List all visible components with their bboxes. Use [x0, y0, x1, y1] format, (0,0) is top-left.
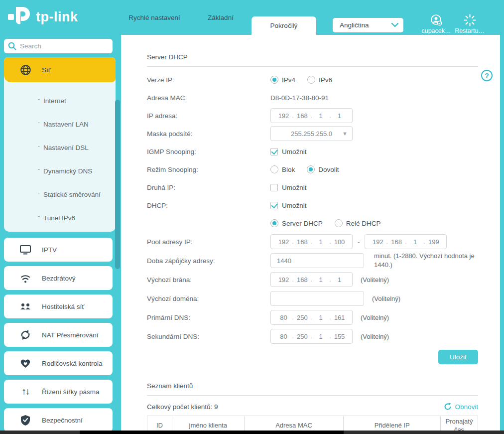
octet[interactable]: 168: [389, 238, 404, 246]
octet[interactable]: 1: [313, 238, 328, 246]
octet[interactable]: 1: [313, 276, 328, 284]
clients-total: Celkový počet klientů: 9: [147, 403, 218, 411]
octet[interactable]: 80: [276, 333, 291, 340]
octet[interactable]: 1: [313, 333, 328, 340]
tab-basic[interactable]: Základní: [198, 0, 243, 35]
network-menu-panel: Síť - Internet - Nastavení LAN - Nastave…: [4, 57, 116, 232]
octet[interactable]: 250: [295, 333, 310, 340]
sidebar-item-parental-controls[interactable]: Rodičovská kontrola: [4, 351, 113, 375]
sidebar-item-nat-forwarding[interactable]: NAT Přesměrování: [4, 323, 113, 347]
submenu-bullet: -: [38, 166, 40, 173]
save-button[interactable]: Uložit: [438, 350, 478, 364]
radio-selected-icon: [307, 165, 315, 173]
sidebar-item-network[interactable]: Síť: [4, 57, 116, 82]
reboot-spinner-icon: [464, 14, 476, 26]
header: tp-link Rychlé nastavení Základní Pokroč…: [0, 0, 504, 35]
octet[interactable]: 100: [332, 238, 347, 246]
sidebar-item-iptv[interactable]: IPTV: [4, 238, 113, 262]
help-button[interactable]: ?: [481, 70, 493, 81]
octet-dot: .: [329, 238, 331, 245]
secondary-dns-input[interactable]: 80.250.1.155: [270, 329, 353, 344]
submenu-item-static-routing[interactable]: - Statické směrování: [38, 183, 116, 206]
globe-icon: [19, 63, 32, 76]
octet[interactable]: 1: [332, 112, 347, 120]
refresh-button[interactable]: Obnovit: [444, 403, 478, 411]
radio-dhcp-server[interactable]: Server DHCP: [270, 219, 323, 227]
reboot-button[interactable]: Restartu…: [452, 14, 487, 34]
second-ip-checkbox-unchecked[interactable]: [270, 184, 278, 191]
field-label: Pool adresy IP:: [147, 238, 270, 246]
submenu-item-internet[interactable]: - Internet: [38, 89, 116, 113]
sidebar-item-guest-network[interactable]: Hostitelská síť: [4, 294, 113, 318]
sidebar-item-label: Bezdrátový: [42, 275, 76, 282]
checkbox-label: Umožnit: [282, 148, 307, 155]
submenu-item-ipv6-tunnel[interactable]: - Tunel IPv6: [38, 206, 116, 230]
primary-dns-input[interactable]: 80.250.1.161: [270, 310, 353, 325]
octet[interactable]: 1: [332, 276, 347, 284]
octet[interactable]: 1: [313, 112, 328, 120]
form-row-secondary-dns: Sekundární DNS: 80.250.1.155 (Volitelný): [147, 327, 478, 346]
submenu-item-label: Nastavení DSL: [43, 144, 89, 151]
sidebar-scrollbar-thumb[interactable]: [115, 100, 120, 269]
lease-time-input[interactable]: [270, 253, 364, 268]
form-row-subnet-mask: Maska podsítě: 255.255.255.0 ▼: [147, 125, 478, 143]
pool-end-input[interactable]: 192.168.1.199: [365, 234, 447, 249]
radio-block[interactable]: Blok: [270, 165, 295, 173]
default-domain-input[interactable]: [270, 291, 364, 306]
horizontal-scrollbar[interactable]: [0, 431, 504, 434]
tab-advanced[interactable]: Pokročilý: [252, 16, 316, 35]
octet[interactable]: 192: [276, 238, 291, 246]
subnet-mask-dropdown[interactable]: 255.255.255.0 ▼: [270, 126, 353, 141]
radio-allow[interactable]: Dovolit: [307, 165, 339, 173]
submenu-item-lan-settings[interactable]: - Nastavení LAN: [38, 113, 116, 136]
radio-ipv4[interactable]: IPv4: [270, 76, 295, 84]
igmp-checkbox-checked[interactable]: [270, 148, 278, 155]
radio-selected-icon: [270, 219, 278, 227]
octet[interactable]: 168: [295, 112, 310, 120]
submenu-item-dsl-settings[interactable]: - Nastavení DSL: [38, 136, 116, 159]
checkbox-label: Umožnit: [282, 202, 307, 209]
radio-label: IPv6: [319, 76, 332, 84]
submenu-item-label: Internet: [43, 97, 66, 105]
submenu-bullet: -: [38, 143, 40, 149]
octet[interactable]: 80: [276, 314, 291, 321]
field-label: IGMP Snooping:: [147, 148, 270, 155]
horizontal-scrollbar-thumb[interactable]: [80, 431, 344, 434]
language-dropdown[interactable]: Angličtina: [333, 18, 403, 32]
submenu-bullet: -: [38, 189, 40, 196]
sidebar-item-bandwidth-control[interactable]: ↑↓ Řízení šířky pásma: [4, 380, 113, 404]
account-button[interactable]: cupacek…: [419, 14, 454, 34]
radio-label: Relé DHCP: [346, 220, 381, 227]
form-row-ip-pool: Pool adresy IP: 192.168.1.100 - 192.168.…: [147, 232, 478, 251]
octet[interactable]: 1: [408, 238, 423, 246]
dhcp-checkbox-checked[interactable]: [270, 202, 278, 209]
tab-quick-setup[interactable]: Rychlé nastavení: [125, 0, 184, 35]
search-input[interactable]: [20, 42, 109, 50]
field-label: Výchozí brána:: [147, 276, 270, 284]
radio-ipv6[interactable]: IPv6: [307, 76, 332, 84]
octet[interactable]: 155: [332, 333, 347, 340]
gateway-input[interactable]: 192.168.1.1: [270, 272, 353, 287]
octet[interactable]: 168: [295, 276, 310, 284]
octet[interactable]: 1: [313, 314, 328, 321]
sidebar-item-label: Hostitelská síť: [42, 303, 84, 310]
octet[interactable]: 250: [295, 314, 310, 321]
mac-address-value: D8-0D-17-38-80-91: [270, 94, 329, 102]
ip-address-input[interactable]: 192.168.1.1: [270, 108, 353, 123]
form-row-igmp: IGMP Snooping: Umožnit: [147, 143, 478, 160]
octet[interactable]: 168: [295, 238, 310, 246]
submenu-item-dynamic-dns[interactable]: - Dynamický DNS: [38, 159, 116, 183]
radio-dhcp-relay[interactable]: Relé DHCP: [335, 219, 381, 227]
field-label: Maska podsítě:: [147, 130, 270, 138]
octet[interactable]: 199: [426, 238, 441, 246]
octet[interactable]: 192: [371, 238, 385, 246]
submenu-item-label: Nastavení LAN: [43, 121, 89, 128]
pool-start-input[interactable]: 192.168.1.100: [270, 234, 353, 249]
form-row-lease-time: Doba zápůjčky adresy: minut. (1-2880. Vý…: [147, 251, 478, 270]
search-box[interactable]: [4, 39, 113, 53]
octet[interactable]: 192: [276, 276, 291, 284]
sidebar-item-wireless[interactable]: Bezdrátový: [4, 266, 113, 290]
octet[interactable]: 161: [332, 314, 347, 321]
octet[interactable]: 192: [276, 112, 291, 120]
sidebar-item-security[interactable]: Bezpečnostní: [4, 408, 113, 432]
